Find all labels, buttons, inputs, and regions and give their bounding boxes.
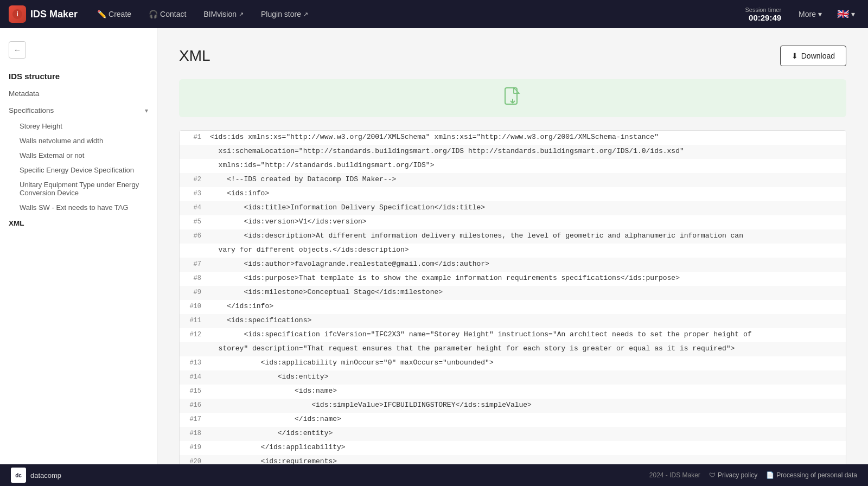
sidebar-back-area: ← [0, 37, 157, 63]
nav-bimvision[interactable]: BIMvision ↗ [197, 7, 250, 22]
svg-text:i: i [16, 10, 18, 18]
xml-line: #19 </ids:applicability> [180, 441, 846, 455]
shield-icon: 🛡 [709, 471, 716, 479]
language-selector[interactable]: 🇬🇧 ▾ [833, 6, 859, 22]
sidebar-item-specifications[interactable]: Specifications ▾ [0, 102, 157, 119]
xml-line: #2 <!--IDS created by Datacomp IDS Maker… [180, 173, 846, 187]
headset-icon: 🎧 [149, 10, 158, 18]
xml-line: #9 <ids:milestone>Conceptual Stage</ids:… [180, 286, 846, 300]
nav-plugin-store[interactable]: Plugin store ↗ [254, 7, 315, 22]
xml-line: #5 <ids:version>V1</ids:version> [180, 215, 846, 229]
external-link-icon: ↗ [239, 11, 244, 18]
xml-line: #12 <ids:specification ifcVersion="IFC2X… [180, 328, 846, 342]
xml-line: #18 </ids:entity> [180, 427, 846, 441]
xml-line: #13 <ids:applicability minOccurs="0" max… [180, 356, 846, 370]
external-link-icon2: ↗ [303, 11, 308, 18]
footer-privacy-link[interactable]: 🛡 Privacy policy [709, 471, 757, 479]
file-icon [504, 87, 521, 110]
xml-line: #14 <ids:entity> [180, 370, 846, 385]
footer-year: 2024 - IDS Maker [649, 471, 700, 479]
sidebar: ← IDS structure Metadata Specifications … [0, 28, 157, 464]
xml-line: #16 <ids:simpleValue>IFCBUILDINGSTOREY</… [180, 399, 846, 413]
app-name: IDS Maker [30, 9, 78, 20]
main-container: ← IDS structure Metadata Specifications … [0, 28, 868, 486]
navbar: i IDS Maker ✏️ Create 🎧 Contact BIMvisio… [0, 0, 868, 28]
xml-line: #6 <ids:description>At different informa… [180, 229, 846, 244]
nav-contact[interactable]: 🎧 Contact [142, 7, 193, 22]
chevron-down-icon: ▾ [818, 10, 822, 18]
sidebar-sub-item-specific-energy[interactable]: Specific Energy Device Specification [0, 163, 157, 177]
footer-logo: dc datacomp [11, 468, 61, 483]
footer-processing-link[interactable]: 📄 Processing of personal data [766, 471, 857, 479]
logo-icon: i [9, 5, 26, 23]
download-icon: ⬇ [792, 52, 798, 60]
chevron-down-icon2: ▾ [851, 10, 855, 18]
download-button[interactable]: ⬇ Download [780, 46, 846, 66]
xml-line: #1 <ids:ids xmlns:xs="http://www.w3.org/… [180, 131, 846, 145]
pencil-icon: ✏️ [97, 10, 106, 18]
app-logo[interactable]: i IDS Maker [9, 5, 78, 23]
xml-line: xsi:schemaLocation="http://standards.bui… [180, 145, 846, 159]
sidebar-sub-item-walls-external[interactable]: Walls External or not [0, 148, 157, 163]
page-header: XML ⬇ Download [179, 46, 846, 66]
xml-line: #7 <ids:author>favolagrande.realestate@g… [180, 258, 846, 272]
chevron-icon: ▾ [145, 107, 148, 114]
xml-line: #3 <ids:info> [180, 187, 846, 201]
more-button[interactable]: More ▾ [792, 7, 828, 22]
main-content: XML ⬇ Download [157, 28, 868, 486]
document-icon: 📄 [766, 471, 774, 479]
xml-line: #15 <ids:name> [180, 385, 846, 399]
footer: dc datacomp 2024 - IDS Maker 🛡 Privacy p… [0, 464, 868, 486]
xml-line: vary for different objects.</ids:descrip… [180, 244, 846, 258]
page-title: XML [179, 47, 210, 65]
xml-line: #17 </ids:name> [180, 413, 846, 427]
sidebar-sub-item-walls-sw[interactable]: Walls SW - Ext needs to have TAG [0, 200, 157, 215]
sidebar-item-xml[interactable]: XML [0, 215, 157, 232]
sidebar-sub-item-storey-height[interactable]: Storey Height [0, 119, 157, 133]
xml-line: xmlns:ids="http://standards.buildingsmar… [180, 159, 846, 173]
xml-line: #4 <ids:title>Information Delivery Speci… [180, 201, 846, 215]
sidebar-sub-item-walls-netvolume[interactable]: Walls netvolume and width [0, 133, 157, 148]
nav-create[interactable]: ✏️ Create [91, 7, 138, 22]
xml-line: #10 </ids:info> [180, 300, 846, 314]
xml-code-block: #1 <ids:ids xmlns:xs="http://www.w3.org/… [179, 130, 846, 470]
xml-line: #11 <ids:specifications> [180, 314, 846, 328]
flag-icon: 🇬🇧 [837, 8, 849, 20]
footer-logo-icon: dc [11, 468, 26, 483]
xml-line: #8 <ids:purpose>That template is to show… [180, 272, 846, 286]
footer-brand-name: datacomp [30, 471, 61, 479]
sidebar-item-metadata[interactable]: Metadata [0, 85, 157, 102]
back-button[interactable]: ← [9, 41, 26, 59]
xml-line: storey" description="That request ensure… [180, 342, 846, 356]
session-timer: Session timer 00:29:49 [745, 7, 781, 22]
sidebar-sub-item-unitary-equipment[interactable]: Unitary Equipment Type under Energy Conv… [0, 177, 157, 200]
file-drop-area[interactable] [179, 79, 846, 117]
sidebar-title: IDS structure [0, 67, 157, 85]
